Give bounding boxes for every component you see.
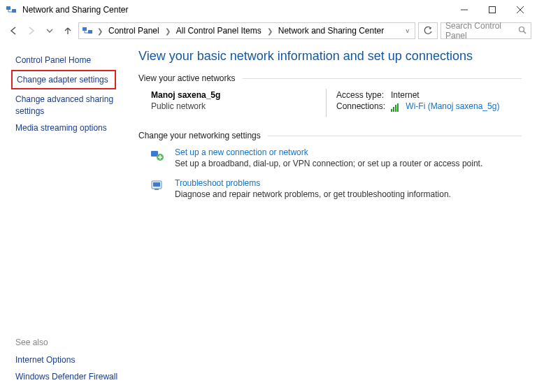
active-network-row: Manoj saxena_5g Public network Access ty… (151, 90, 522, 117)
svg-line-9 (524, 31, 526, 34)
connections-label: Connections: (336, 101, 391, 111)
network-center-icon (6, 4, 17, 15)
chevron-right-icon[interactable]: ❯ (162, 27, 173, 35)
refresh-button[interactable] (418, 22, 438, 39)
close-button[interactable] (506, 0, 534, 20)
vertical-divider (326, 89, 327, 117)
nav-bar: ❯ Control Panel ❯ All Control Panel Item… (0, 20, 537, 42)
sidebar: Control Panel Home Change adapter settin… (0, 42, 131, 392)
network-center-icon (82, 25, 93, 36)
search-input[interactable]: Search Control Panel (441, 22, 531, 39)
title-bar: Network and Sharing Center (0, 0, 537, 20)
minimize-button[interactable] (450, 0, 478, 20)
access-type-label: Access type: (336, 90, 391, 100)
svg-rect-0 (6, 6, 10, 10)
svg-rect-14 (155, 189, 159, 190)
troubleshoot-task: Troubleshoot problems Diagnose and repai… (150, 178, 522, 199)
divider (268, 136, 522, 136)
svg-point-8 (520, 27, 524, 31)
troubleshoot-desc: Diagnose and repair network problems, or… (175, 189, 451, 199)
breadcrumb-network-center[interactable]: Network and Sharing Center (277, 24, 385, 37)
internet-options-link[interactable]: Internet Options (15, 351, 120, 368)
access-type-value: Internet (391, 90, 420, 100)
main-pane: View your basic network information and … (131, 42, 537, 392)
maximize-button[interactable] (478, 0, 506, 20)
setup-connection-task: Set up a new connection or network Set u… (150, 147, 522, 168)
breadcrumb-all-items[interactable]: All Control Panel Items (175, 24, 263, 37)
troubleshoot-icon (150, 178, 165, 194)
setup-connection-link[interactable]: Set up a new connection or network (175, 147, 308, 157)
svg-rect-6 (83, 27, 87, 31)
breadcrumb-control-panel[interactable]: Control Panel (107, 24, 161, 37)
see-also-label: See also (15, 337, 131, 351)
active-networks-label: View your active networks (138, 73, 236, 83)
change-adapter-settings-link[interactable]: Change adapter settings (11, 70, 116, 89)
chevron-right-icon[interactable]: ❯ (264, 27, 275, 35)
search-icon (518, 26, 527, 36)
setup-connection-icon (150, 147, 165, 163)
troubleshoot-link[interactable]: Troubleshoot problems (175, 178, 260, 188)
setup-connection-desc: Set up a broadband, dial-up, or VPN conn… (175, 159, 482, 168)
change-settings-label: Change your networking settings (138, 131, 261, 140)
divider (243, 78, 522, 79)
search-placeholder: Search Control Panel (445, 21, 515, 41)
svg-rect-3 (489, 7, 496, 13)
media-streaming-link[interactable]: Media streaming options (15, 119, 120, 136)
change-advanced-sharing-link[interactable]: Change advanced sharing settings (15, 91, 120, 119)
window-title: Network and Sharing Center (22, 5, 128, 15)
network-type: Public network (151, 101, 326, 111)
svg-rect-13 (153, 182, 160, 187)
forward-button[interactable] (24, 23, 39, 38)
network-name: Manoj saxena_5g (151, 90, 326, 100)
windows-defender-firewall-link[interactable]: Windows Defender Firewall (15, 368, 120, 385)
page-title: View your basic network information and … (138, 49, 522, 64)
back-button[interactable] (6, 23, 21, 38)
svg-rect-10 (151, 151, 158, 157)
recent-locations-button[interactable] (42, 23, 57, 38)
wifi-signal-icon (391, 102, 401, 110)
up-button[interactable] (60, 23, 76, 38)
chevron-right-icon[interactable]: ❯ (94, 27, 106, 35)
address-bar[interactable]: ❯ Control Panel ❯ All Control Panel Item… (78, 22, 415, 39)
wifi-connection-link[interactable]: Wi-Fi (Manoj saxena_5g) (406, 101, 499, 111)
address-dropdown-button[interactable]: v (403, 27, 413, 34)
control-panel-home-link[interactable]: Control Panel Home (15, 52, 120, 68)
